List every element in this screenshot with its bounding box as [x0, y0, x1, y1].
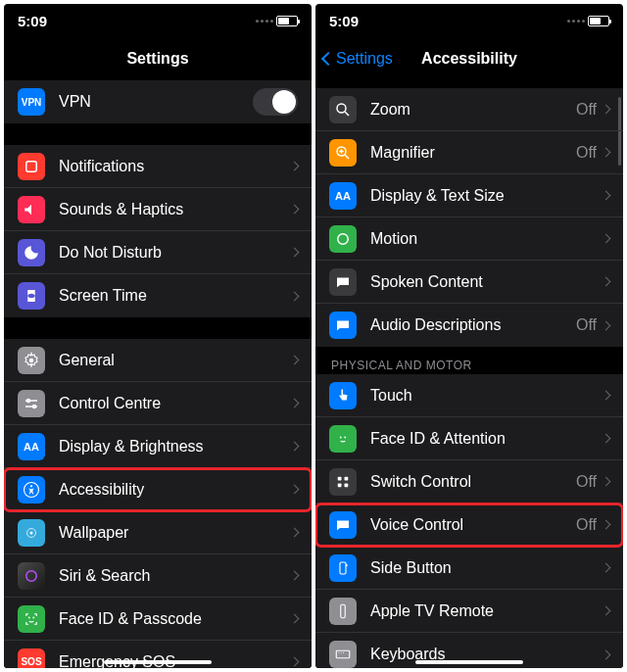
row-display[interactable]: AA Display & Brightness: [4, 425, 312, 468]
chevron-right-icon: [602, 391, 611, 401]
row-label: Zoom: [370, 101, 576, 119]
accessibility-list[interactable]: Zoom Off Magnifier Off AA Display & Text…: [315, 80, 623, 668]
row-switch-control[interactable]: Switch Control Off: [315, 460, 623, 504]
row-label: Display & Brightness: [59, 438, 291, 456]
battery-icon: [276, 16, 298, 26]
vpn-toggle[interactable]: [253, 88, 298, 116]
faceid-icon: [18, 605, 45, 633]
display-text-icon: AA: [329, 182, 357, 210]
chevron-right-icon: [602, 234, 611, 244]
row-label: Control Centre: [59, 395, 291, 412]
back-button[interactable]: Settings: [323, 50, 393, 68]
svg-point-1: [29, 358, 34, 362]
display-icon: AA: [18, 433, 45, 460]
row-voice-control[interactable]: Voice Control Off: [315, 504, 623, 547]
row-magnifier[interactable]: Magnifier Off: [315, 131, 623, 174]
row-label: Screen Time: [59, 287, 291, 305]
chevron-right-icon: [290, 614, 300, 624]
chevron-right-icon: [290, 442, 300, 452]
row-vpn[interactable]: VPN VPN: [4, 80, 312, 123]
chevron-right-icon: [290, 485, 300, 495]
row-notifications[interactable]: Notifications: [4, 145, 312, 188]
svg-point-9: [30, 531, 33, 534]
chevron-right-icon: [290, 291, 300, 301]
status-right: [567, 16, 609, 26]
svg-point-12: [33, 617, 34, 618]
row-label: Magnifier: [370, 144, 576, 162]
row-value: Off: [576, 144, 597, 162]
svg-line-20: [345, 155, 349, 159]
settings-screen: 5:09 Settings VPN VPN Notifications: [4, 4, 312, 668]
row-faceid-attn[interactable]: Face ID & Attention: [315, 417, 623, 460]
svg-point-15: [337, 104, 346, 113]
row-label: Switch Control: [370, 473, 576, 491]
row-label: Accessibility: [59, 481, 291, 499]
nav-title: Accessibility: [421, 50, 517, 68]
accessibility-icon: [18, 476, 45, 504]
section-header: PHYSICAL AND MOTOR: [315, 347, 623, 374]
svg-rect-27: [345, 483, 349, 487]
svg-point-29: [344, 523, 346, 525]
row-motion[interactable]: Motion: [315, 217, 623, 261]
battery-icon: [588, 16, 609, 26]
row-wallpaper[interactable]: Wallpaper: [4, 511, 312, 554]
row-audio-desc[interactable]: Audio Descriptions Off: [315, 304, 623, 347]
settings-list[interactable]: VPN VPN Notifications Sounds & Haptics: [4, 80, 312, 668]
svg-point-10: [26, 570, 37, 581]
apple-tv-remote-icon: [329, 598, 357, 625]
row-value: Off: [576, 473, 597, 491]
row-apple-tv[interactable]: Apple TV Remote: [315, 590, 623, 633]
faceid-attention-icon: [329, 425, 357, 453]
row-label: Display & Text Size: [370, 187, 603, 205]
row-label: Side Button: [370, 559, 603, 577]
siri-icon: [18, 562, 45, 590]
svg-point-21: [338, 233, 349, 244]
home-indicator[interactable]: [415, 660, 523, 664]
status-right: [256, 16, 298, 26]
status-time: 5:09: [18, 13, 47, 29]
svg-point-7: [30, 485, 32, 487]
row-label: Audio Descriptions: [370, 316, 576, 334]
row-touch[interactable]: Touch: [315, 374, 623, 417]
nav-bar: Settings Accessibility: [315, 37, 623, 80]
voice-control-icon: [329, 511, 357, 539]
row-siri[interactable]: Siri & Search: [4, 554, 312, 598]
svg-rect-33: [336, 650, 350, 658]
home-indicator[interactable]: [104, 660, 212, 664]
svg-point-28: [341, 523, 343, 525]
chevron-right-icon: [290, 205, 300, 215]
chevron-right-icon: [602, 148, 611, 158]
row-side-button[interactable]: Side Button: [315, 547, 623, 590]
row-faceid[interactable]: Face ID & Passcode: [4, 598, 312, 641]
row-sounds[interactable]: Sounds & Haptics: [4, 188, 312, 231]
spoken-content-icon: [329, 268, 357, 296]
nav-title: Settings: [126, 50, 188, 68]
row-label: Voice Control: [370, 516, 576, 534]
svg-point-22: [340, 437, 341, 438]
chevron-right-icon: [290, 356, 300, 365]
chevron-right-icon: [602, 606, 611, 616]
chevron-right-icon: [290, 248, 300, 258]
row-spoken[interactable]: Spoken Content: [315, 261, 623, 304]
row-general[interactable]: General: [4, 339, 312, 382]
row-accessibility[interactable]: Accessibility: [4, 468, 312, 511]
row-display-text[interactable]: AA Display & Text Size: [315, 174, 623, 217]
row-value: Off: [576, 516, 597, 534]
side-button-icon: [329, 554, 357, 582]
row-screentime[interactable]: Screen Time: [4, 274, 312, 317]
zoom-icon: [329, 96, 357, 123]
row-zoom[interactable]: Zoom Off: [315, 88, 623, 131]
chevron-right-icon: [602, 191, 611, 201]
row-label: Do Not Disturb: [59, 244, 291, 262]
row-label: Notifications: [59, 158, 291, 175]
audio-desc-icon: [329, 312, 357, 339]
chevron-right-icon: [602, 649, 611, 659]
row-value: Off: [576, 316, 597, 334]
row-label: General: [59, 352, 291, 369]
svg-rect-26: [338, 483, 342, 487]
chevron-right-icon: [602, 434, 611, 444]
row-dnd[interactable]: Do Not Disturb: [4, 231, 312, 274]
row-control[interactable]: Control Centre: [4, 382, 312, 425]
chevron-right-icon: [602, 277, 611, 287]
signal-dots: [567, 20, 585, 23]
